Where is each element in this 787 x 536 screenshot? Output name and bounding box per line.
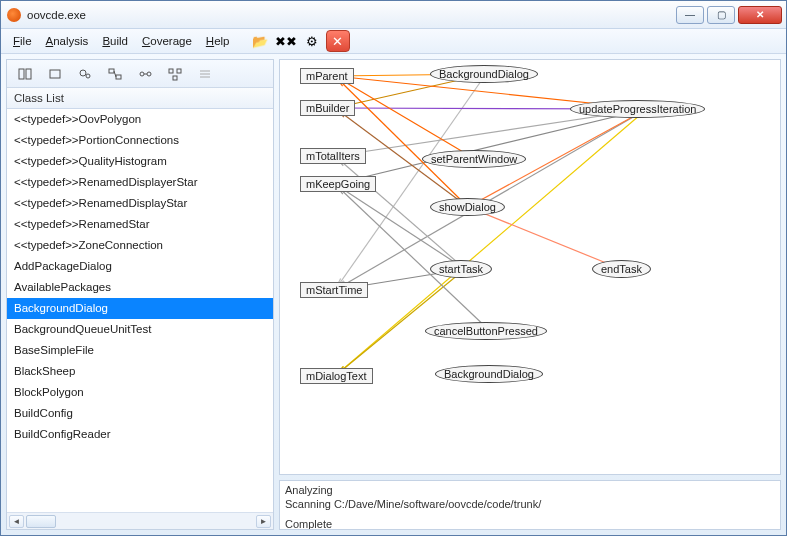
menu-coverage[interactable]: Coverage [136,32,198,50]
graph-box-mTotalIters[interactable]: mTotalIters [300,148,366,164]
list-item[interactable]: BuildConfig [7,403,273,424]
svg-rect-1 [26,69,31,79]
graph-box-mDialogText[interactable]: mDialogText [300,368,373,384]
graph-oval-setParentWindow[interactable]: setParentWindow [422,150,526,168]
graph-box-mKeepGoing[interactable]: mKeepGoing [300,176,376,192]
list-item[interactable]: <<typedef>>RenamedDisplayStar [7,193,273,214]
view-icon-2[interactable] [42,63,68,85]
log-line: Complete [285,517,775,530]
list-item[interactable]: <<typedef>>RenamedStar [7,214,273,235]
app-icon [7,8,21,22]
svg-line-68 [468,207,621,269]
list-item[interactable]: BlockPolygon [7,382,273,403]
view-icon-3[interactable] [72,63,98,85]
list-item[interactable]: BuildConfigReader [7,424,273,445]
list-item[interactable]: AddPackageDialog [7,256,273,277]
list-item[interactable]: BlackSheep [7,361,273,382]
class-list-panel: Class List <<typedef>>OovPolygon<<typede… [6,59,274,530]
svg-point-8 [140,72,144,76]
svg-rect-13 [173,76,177,80]
svg-rect-0 [19,69,24,79]
scroll-thumb[interactable] [26,515,56,528]
menu-build[interactable]: Build [96,32,134,50]
close-button[interactable]: ✕ [738,6,782,24]
app-window: oovcde.exe — ▢ ✕ File Analysis Build Cov… [0,0,787,536]
graph-box-mBuilder[interactable]: mBuilder [300,100,355,116]
minimize-button[interactable]: — [676,6,704,24]
list-item[interactable]: <<typedef>>RenamedDisplayerStar [7,172,273,193]
svg-point-4 [86,74,90,78]
list-item[interactable]: <<typedef>>QualityHistogram [7,151,273,172]
list-item[interactable]: AvailablePackages [7,277,273,298]
maximize-button[interactable]: ▢ [707,6,735,24]
view-icon-4[interactable] [102,63,128,85]
log-line: Analyzing [285,483,775,497]
right-panel: mParentmBuildermTotalItersmKeepGoingmSta… [279,59,781,530]
list-item[interactable]: BackgroundQueueUnitTest [7,319,273,340]
graph-oval-cancelButtonPressed[interactable]: cancelButtonPressed [425,322,547,340]
list-item[interactable]: BackgroundDialog [7,298,273,319]
svg-rect-11 [169,69,173,73]
view-icon-7[interactable] [192,63,218,85]
svg-line-7 [114,71,116,77]
menu-help[interactable]: Help [200,32,236,50]
svg-line-47 [335,76,475,159]
graph-canvas[interactable]: mParentmBuildermTotalItersmKeepGoingmSta… [279,59,781,475]
graph-oval-BackgroundDialog1[interactable]: BackgroundDialog [430,65,538,83]
view-icon-5[interactable] [132,63,158,85]
graph-box-mParent[interactable]: mParent [300,68,354,84]
log-output: Analyzing Scanning C:/Dave/Mine/software… [279,480,781,530]
svg-line-59 [335,184,465,269]
class-list-header[interactable]: Class List [7,88,273,109]
list-item[interactable]: <<typedef>>OovPolygon [7,109,273,130]
svg-point-9 [147,72,151,76]
svg-rect-12 [177,69,181,73]
stop-icon[interactable]: ✕ [326,30,350,52]
svg-line-35 [335,109,647,184]
graph-oval-endTask[interactable]: endTask [592,260,651,278]
svg-rect-2 [50,70,60,78]
svg-rect-5 [109,69,114,73]
svg-point-3 [80,70,86,76]
scroll-right-icon[interactable]: ► [256,515,271,528]
menu-file[interactable]: File [7,32,38,50]
titlebar: oovcde.exe — ▢ ✕ [1,1,786,29]
graph-oval-BackgroundDialog2[interactable]: BackgroundDialog [435,365,543,383]
log-line: Scanning C:/Dave/Mine/software/oovcde/co… [285,497,775,511]
tools-icon[interactable]: ✖✖ [274,30,298,52]
horizontal-scrollbar[interactable]: ◄ ► [7,512,273,529]
view-icon-1[interactable] [12,63,38,85]
window-title: oovcde.exe [27,9,676,21]
graph-oval-startTask[interactable]: startTask [430,260,492,278]
open-folder-icon[interactable]: 📂 [248,30,272,52]
content-area: Class List <<typedef>>OovPolygon<<typede… [6,59,781,530]
list-item[interactable]: <<typedef>>PortionConnections [7,130,273,151]
panel-toolbar [7,60,273,88]
view-icon-6[interactable] [162,63,188,85]
graph-box-mStartTime[interactable]: mStartTime [300,282,368,298]
list-item[interactable]: BaseSimpleFile [7,340,273,361]
svg-rect-6 [116,75,121,79]
menu-analysis[interactable]: Analysis [40,32,95,50]
link-icon[interactable]: ⚙ [300,30,324,52]
list-item[interactable]: <<typedef>>ZoneConnection [7,235,273,256]
scroll-left-icon[interactable]: ◄ [9,515,24,528]
menubar: File Analysis Build Coverage Help 📂 ✖✖ ⚙… [1,29,786,54]
graph-oval-showDialog[interactable]: showDialog [430,198,505,216]
class-list[interactable]: <<typedef>>OovPolygon<<typedef>>PortionC… [7,109,273,512]
graph-oval-updateProgressIteration[interactable]: updateProgressIteration [570,100,705,118]
